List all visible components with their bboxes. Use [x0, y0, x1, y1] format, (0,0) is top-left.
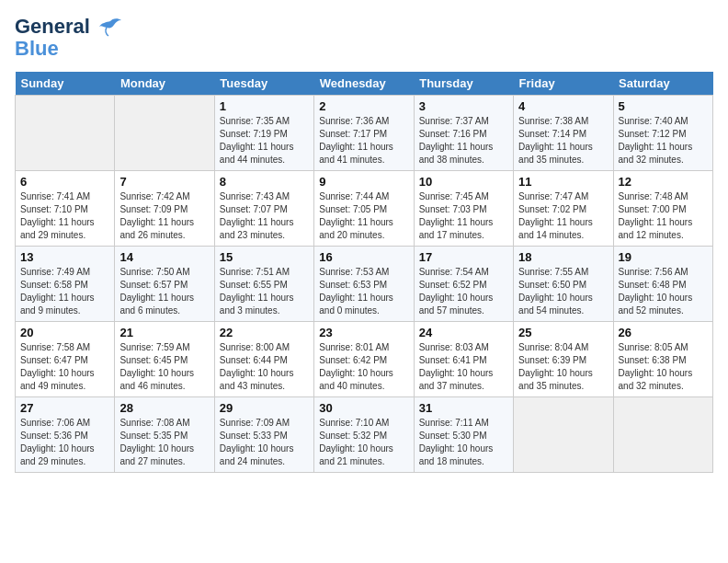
calendar-cell: 11Sunrise: 7:47 AM Sunset: 7:02 PM Dayli… [514, 171, 613, 247]
calendar-table: SundayMondayTuesdayWednesdayThursdayFrid… [15, 72, 713, 473]
page-header: General Blue [15, 15, 713, 61]
day-info: Sunrise: 7:56 AM Sunset: 6:48 PM Dayligh… [619, 266, 708, 317]
calendar-cell: 3Sunrise: 7:37 AM Sunset: 7:16 PM Daylig… [414, 96, 513, 171]
day-number: 29 [220, 401, 309, 415]
logo-bird-icon [97, 17, 123, 38]
week-row-1: 1Sunrise: 7:35 AM Sunset: 7:19 PM Daylig… [16, 96, 713, 171]
day-number: 31 [419, 401, 508, 415]
calendar-cell: 23Sunrise: 8:01 AM Sunset: 6:42 PM Dayli… [314, 322, 414, 397]
weekday-header-sunday: Sunday [16, 72, 115, 96]
day-info: Sunrise: 7:58 AM Sunset: 6:47 PM Dayligh… [20, 341, 109, 393]
day-number: 7 [119, 175, 209, 189]
day-info: Sunrise: 7:11 AM Sunset: 5:30 PM Dayligh… [419, 417, 508, 468]
calendar-cell: 9Sunrise: 7:44 AM Sunset: 7:05 PM Daylig… [314, 171, 414, 247]
day-number: 26 [619, 326, 708, 339]
day-number: 19 [619, 250, 708, 264]
day-info: Sunrise: 7:53 AM Sunset: 6:53 PM Dayligh… [319, 266, 408, 317]
day-info: Sunrise: 7:49 AM Sunset: 6:58 PM Dayligh… [20, 266, 109, 317]
day-number: 20 [20, 326, 109, 339]
calendar-cell: 25Sunrise: 8:04 AM Sunset: 6:39 PM Dayli… [514, 322, 613, 397]
calendar-cell: 16Sunrise: 7:53 AM Sunset: 6:53 PM Dayli… [314, 247, 414, 322]
calendar-cell: 15Sunrise: 7:51 AM Sunset: 6:55 PM Dayli… [214, 247, 313, 322]
calendar-cell: 7Sunrise: 7:42 AM Sunset: 7:09 PM Daylig… [115, 171, 214, 247]
calendar-header: SundayMondayTuesdayWednesdayThursdayFrid… [16, 72, 713, 96]
day-info: Sunrise: 7:44 AM Sunset: 7:05 PM Dayligh… [319, 190, 408, 242]
day-info: Sunrise: 7:09 AM Sunset: 5:33 PM Dayligh… [220, 417, 309, 468]
logo-blue-text: Blue [15, 37, 59, 60]
day-info: Sunrise: 7:47 AM Sunset: 7:02 PM Dayligh… [518, 190, 608, 242]
day-number: 16 [319, 250, 408, 264]
day-number: 22 [220, 326, 309, 339]
calendar-cell: 13Sunrise: 7:49 AM Sunset: 6:58 PM Dayli… [16, 247, 115, 322]
weekday-header-tuesday: Tuesday [214, 72, 313, 96]
day-info: Sunrise: 7:54 AM Sunset: 6:52 PM Dayligh… [419, 266, 508, 317]
day-number: 28 [119, 401, 209, 415]
day-info: Sunrise: 8:04 AM Sunset: 6:39 PM Dayligh… [518, 341, 608, 393]
calendar-cell [613, 397, 712, 473]
week-row-3: 13Sunrise: 7:49 AM Sunset: 6:58 PM Dayli… [16, 247, 713, 322]
week-row-2: 6Sunrise: 7:41 AM Sunset: 7:10 PM Daylig… [16, 171, 713, 247]
calendar-cell: 27Sunrise: 7:06 AM Sunset: 5:36 PM Dayli… [16, 397, 115, 473]
day-info: Sunrise: 8:00 AM Sunset: 6:44 PM Dayligh… [220, 341, 309, 393]
logo-text: General [15, 15, 123, 39]
day-number: 27 [20, 401, 109, 415]
day-number: 24 [419, 326, 508, 339]
logo: General Blue [15, 15, 123, 61]
day-number: 17 [419, 250, 508, 264]
day-info: Sunrise: 8:05 AM Sunset: 6:38 PM Dayligh… [619, 341, 708, 393]
day-info: Sunrise: 7:10 AM Sunset: 5:32 PM Dayligh… [319, 417, 408, 468]
day-number: 25 [518, 326, 608, 339]
weekday-header-wednesday: Wednesday [314, 72, 414, 96]
weekday-header-saturday: Saturday [613, 72, 712, 96]
day-number: 4 [518, 99, 608, 113]
day-info: Sunrise: 7:38 AM Sunset: 7:14 PM Dayligh… [518, 115, 608, 167]
week-row-4: 20Sunrise: 7:58 AM Sunset: 6:47 PM Dayli… [16, 322, 713, 397]
day-info: Sunrise: 7:48 AM Sunset: 7:00 PM Dayligh… [619, 190, 708, 242]
weekday-header-friday: Friday [514, 72, 613, 96]
calendar-cell: 18Sunrise: 7:55 AM Sunset: 6:50 PM Dayli… [514, 247, 613, 322]
day-number: 18 [518, 250, 608, 264]
calendar-cell: 22Sunrise: 8:00 AM Sunset: 6:44 PM Dayli… [214, 322, 313, 397]
day-info: Sunrise: 7:37 AM Sunset: 7:16 PM Dayligh… [419, 115, 508, 167]
day-info: Sunrise: 7:45 AM Sunset: 7:03 PM Dayligh… [419, 190, 508, 242]
day-number: 10 [419, 175, 508, 189]
day-info: Sunrise: 7:40 AM Sunset: 7:12 PM Dayligh… [619, 115, 708, 167]
calendar-cell: 20Sunrise: 7:58 AM Sunset: 6:47 PM Dayli… [16, 322, 115, 397]
day-number: 30 [319, 401, 408, 415]
calendar-cell [16, 96, 115, 171]
calendar-cell: 30Sunrise: 7:10 AM Sunset: 5:32 PM Dayli… [314, 397, 414, 473]
day-number: 5 [619, 99, 708, 113]
weekday-header-row: SundayMondayTuesdayWednesdayThursdayFrid… [16, 72, 713, 96]
weekday-header-monday: Monday [115, 72, 214, 96]
calendar-cell: 8Sunrise: 7:43 AM Sunset: 7:07 PM Daylig… [214, 171, 313, 247]
day-number: 9 [319, 175, 408, 189]
day-number: 14 [119, 250, 209, 264]
calendar-cell: 31Sunrise: 7:11 AM Sunset: 5:30 PM Dayli… [414, 397, 513, 473]
day-info: Sunrise: 7:43 AM Sunset: 7:07 PM Dayligh… [220, 190, 309, 242]
calendar-cell: 17Sunrise: 7:54 AM Sunset: 6:52 PM Dayli… [414, 247, 513, 322]
day-info: Sunrise: 7:08 AM Sunset: 5:35 PM Dayligh… [119, 417, 209, 468]
day-info: Sunrise: 8:03 AM Sunset: 6:41 PM Dayligh… [419, 341, 508, 393]
calendar-cell: 28Sunrise: 7:08 AM Sunset: 5:35 PM Dayli… [115, 397, 214, 473]
calendar-cell: 2Sunrise: 7:36 AM Sunset: 7:17 PM Daylig… [314, 96, 414, 171]
calendar-cell [514, 397, 613, 473]
day-number: 15 [220, 250, 309, 264]
calendar-cell [115, 96, 214, 171]
calendar-cell: 19Sunrise: 7:56 AM Sunset: 6:48 PM Dayli… [613, 247, 712, 322]
calendar-cell: 10Sunrise: 7:45 AM Sunset: 7:03 PM Dayli… [414, 171, 513, 247]
day-number: 2 [319, 99, 408, 113]
calendar-cell: 1Sunrise: 7:35 AM Sunset: 7:19 PM Daylig… [214, 96, 313, 171]
calendar-cell: 14Sunrise: 7:50 AM Sunset: 6:57 PM Dayli… [115, 247, 214, 322]
calendar-cell: 6Sunrise: 7:41 AM Sunset: 7:10 PM Daylig… [16, 171, 115, 247]
calendar-cell: 26Sunrise: 8:05 AM Sunset: 6:38 PM Dayli… [613, 322, 712, 397]
day-number: 21 [119, 326, 209, 339]
day-number: 12 [619, 175, 708, 189]
day-number: 13 [20, 250, 109, 264]
calendar-cell: 4Sunrise: 7:38 AM Sunset: 7:14 PM Daylig… [514, 96, 613, 171]
week-row-5: 27Sunrise: 7:06 AM Sunset: 5:36 PM Dayli… [16, 397, 713, 473]
day-info: Sunrise: 7:41 AM Sunset: 7:10 PM Dayligh… [20, 190, 109, 242]
day-number: 8 [220, 175, 309, 189]
calendar-body: 1Sunrise: 7:35 AM Sunset: 7:19 PM Daylig… [16, 96, 713, 473]
day-number: 23 [319, 326, 408, 339]
calendar-cell: 29Sunrise: 7:09 AM Sunset: 5:33 PM Dayli… [214, 397, 313, 473]
